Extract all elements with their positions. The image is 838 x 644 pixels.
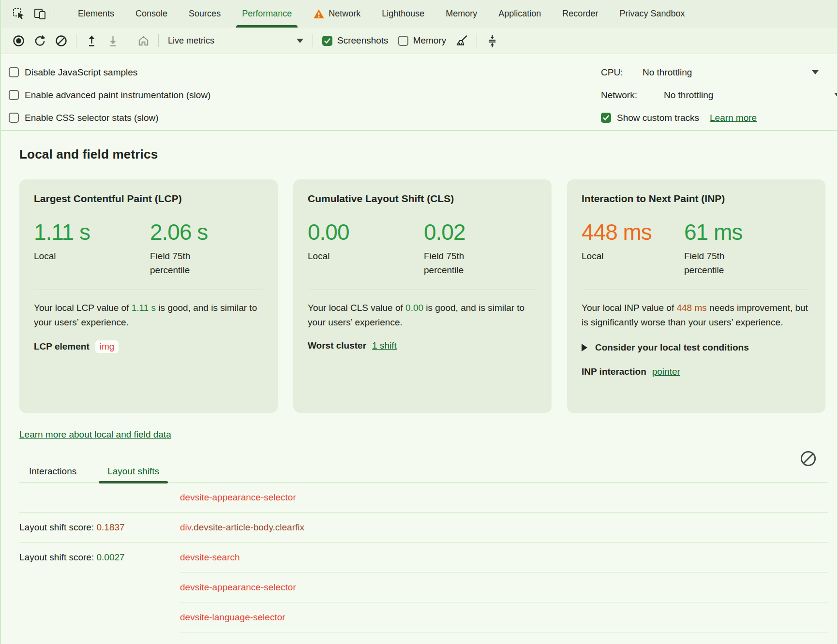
inp-field-value: 61 ms <box>684 219 749 245</box>
inp-card-title: Interaction to Next Paint (INP) <box>582 193 811 205</box>
inp-interaction-label: INP interaction <box>582 366 646 377</box>
shift-element-link[interactable]: div.devsite-article-body.clearfix <box>180 522 304 533</box>
cls-field-value: 0.02 <box>424 219 489 245</box>
chevron-down-icon <box>297 39 303 43</box>
cls-local-value: 0.00 <box>308 219 424 245</box>
worst-cluster-label: Worst cluster <box>308 340 366 351</box>
lcp-element-label: LCP element <box>34 341 90 352</box>
tab-recorder[interactable]: Recorder <box>552 0 609 28</box>
shift-element-link[interactable]: devsite-appearance-selector <box>180 492 296 503</box>
warning-icon <box>313 8 325 20</box>
lcp-field-label: Field 75th percentile <box>150 249 215 277</box>
consider-local-test-conditions-disclosure[interactable]: Consider your local test conditions <box>582 342 811 353</box>
download-profile-icon[interactable] <box>105 33 120 48</box>
lcp-local-value: 1.11 s <box>34 219 150 245</box>
shift-score: 0.0027 <box>96 552 124 562</box>
learn-more-link[interactable]: Learn more <box>710 113 757 123</box>
tab-lighthouse[interactable]: Lighthouse <box>371 0 435 28</box>
shift-element-link[interactable]: div.devsite-floating-action-buttons <box>180 642 316 644</box>
lcp-element-chip[interactable]: img <box>95 340 119 353</box>
layout-shift-row: devsite-language-selector <box>19 602 828 632</box>
shift-score: 0.1837 <box>96 522 124 532</box>
clear-log-icon[interactable] <box>799 450 817 468</box>
record-icon[interactable] <box>11 33 26 48</box>
inp-card: Interaction to Next Paint (INP) 448 ms L… <box>567 179 825 413</box>
checked-checkbox-icon <box>322 36 332 46</box>
inp-description: Your local INP value of 448 ms needs imp… <box>582 301 811 330</box>
tab-console[interactable]: Console <box>125 0 178 28</box>
throttling-column: CPU: No throttling Network: No throttlin… <box>601 61 838 129</box>
tab-elements[interactable]: Elements <box>67 0 125 28</box>
layout-shift-rows: devsite-appearance-selector Layout shift… <box>19 483 828 644</box>
divider <box>477 34 477 47</box>
cpu-throttling-select[interactable]: No throttling <box>643 67 692 78</box>
network-throttling-select[interactable]: No throttling <box>664 90 713 101</box>
device-toolbar-icon[interactable] <box>32 7 47 21</box>
upload-profile-icon[interactable] <box>84 33 99 48</box>
memory-checkbox[interactable]: Memory <box>398 35 447 46</box>
performance-toolbar: Live metrics Screenshots Memory <box>1 28 837 54</box>
shift-element-link[interactable]: devsite-language-selector <box>180 612 285 623</box>
collapse-icon[interactable] <box>485 33 499 48</box>
triangle-right-icon <box>582 344 587 351</box>
inp-interaction-link[interactable]: pointer <box>652 366 680 377</box>
divider <box>313 34 313 47</box>
tab-interactions[interactable]: Interactions <box>19 460 86 482</box>
unchecked-checkbox-icon <box>9 67 19 77</box>
devtools-tab-strip: Elements Console Sources Performance Net… <box>1 0 837 28</box>
shift-element-link[interactable]: devsite-appearance-selector <box>180 582 296 593</box>
lcp-field-value: 2.06 s <box>150 219 215 245</box>
show-custom-tracks-row[interactable]: Show custom tracks Learn more <box>601 106 838 129</box>
show-custom-tracks-label: Show custom tracks <box>617 113 699 123</box>
live-metrics-log: Interactions Layout shifts devsite-appea… <box>19 460 828 644</box>
tab-performance[interactable]: Performance <box>231 0 302 28</box>
cls-local-label: Local <box>308 249 373 263</box>
network-label: Network: <box>601 90 664 101</box>
metric-cards: Largest Contentful Paint (LCP) 1.11 s Lo… <box>19 179 837 413</box>
divider <box>308 290 537 290</box>
devtools-performance-panel: Elements Console Sources Performance Net… <box>0 0 838 644</box>
chevron-down-icon[interactable] <box>812 70 819 74</box>
chevron-down-icon[interactable] <box>834 93 838 97</box>
lcp-card: Largest Contentful Paint (LCP) 1.11 s Lo… <box>19 179 278 413</box>
home-icon[interactable] <box>136 33 150 48</box>
unchecked-checkbox-icon <box>9 90 19 100</box>
tab-privacy-sandbox[interactable]: Privacy Sandbox <box>609 0 695 28</box>
tab-network[interactable]: Network <box>302 0 371 28</box>
cpu-label: CPU: <box>601 67 643 78</box>
layout-shift-row: Layout shift score: 0.1837 div.devsite-a… <box>19 512 828 542</box>
capture-settings-pane: Disable JavaScript samples Enable advanc… <box>1 54 837 131</box>
unchecked-checkbox-icon <box>9 113 19 123</box>
inspect-element-icon[interactable] <box>11 7 26 21</box>
clear-icon[interactable] <box>54 33 68 48</box>
lcp-local-label: Local <box>34 249 99 263</box>
unchecked-checkbox-icon <box>398 36 408 46</box>
cls-field-label: Field 75th percentile <box>424 249 489 277</box>
tab-layout-shifts[interactable]: Layout shifts <box>98 460 169 482</box>
layout-shift-row: div.devsite-floating-action-buttons <box>19 632 828 644</box>
cpu-throttling-row: CPU: No throttling <box>601 61 838 84</box>
shift-element-link[interactable]: devsite-search <box>180 552 240 563</box>
live-metrics-dropdown[interactable]: Live metrics <box>163 36 308 46</box>
learn-more-local-field-data-link[interactable]: Learn more about local and field data <box>19 429 171 440</box>
worst-cluster-link[interactable]: 1 shift <box>372 340 397 351</box>
cls-card: Cumulative Layout Shift (CLS) 0.00 Local… <box>293 179 552 413</box>
layout-shift-row: Layout shift score: 0.0027 devsite-searc… <box>19 542 828 572</box>
lcp-card-title: Largest Contentful Paint (LCP) <box>34 193 263 205</box>
divider <box>55 8 55 20</box>
network-throttling-row: Network: No throttling <box>601 84 838 106</box>
reload-icon[interactable] <box>32 33 47 48</box>
screenshots-checkbox[interactable]: Screenshots <box>322 35 389 46</box>
gc-broom-icon[interactable] <box>454 33 469 48</box>
lcp-description: Your local LCP value of 1.11 s is good, … <box>34 301 263 330</box>
tab-memory[interactable]: Memory <box>435 0 488 28</box>
panel-tabs: Elements Console Sources Performance Net… <box>67 0 695 28</box>
log-tab-bar: Interactions Layout shifts <box>19 460 828 483</box>
page-title: Local and field metrics <box>19 147 837 162</box>
divider <box>158 34 159 47</box>
inp-local-value: 448 ms <box>582 219 684 245</box>
tab-application[interactable]: Application <box>488 0 552 28</box>
tab-sources[interactable]: Sources <box>178 0 231 28</box>
divider <box>128 34 128 47</box>
checked-checkbox-icon <box>601 113 611 123</box>
